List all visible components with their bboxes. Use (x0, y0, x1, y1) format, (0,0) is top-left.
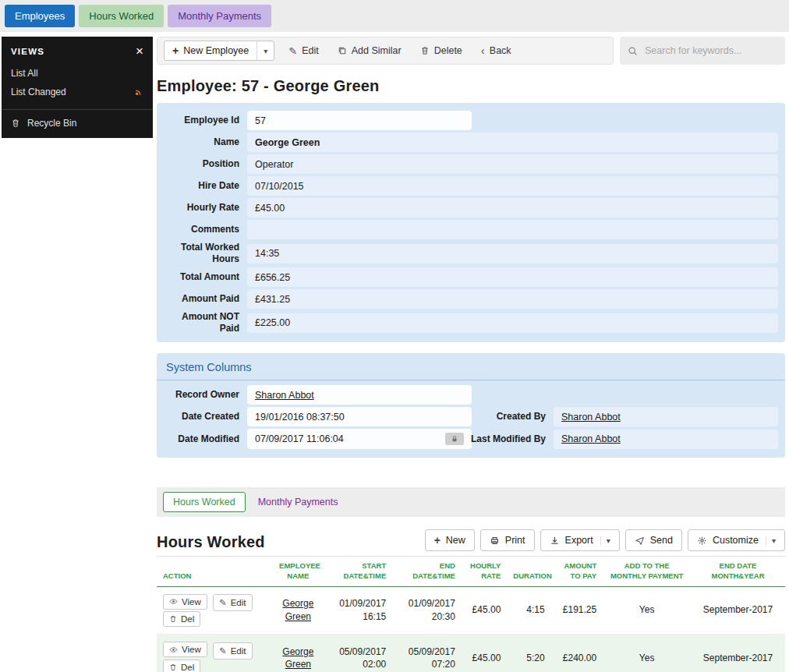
edit-row-button[interactable]: ✎Edit (213, 594, 252, 611)
comments-value (247, 220, 778, 239)
record-toolbar: + New Employee ▾ ✎ Edit Add Similar (157, 37, 614, 65)
last-modified-by-label: Last Modified By (471, 433, 554, 445)
employee-name-link[interactable]: George Green (282, 646, 313, 670)
delete-row-button[interactable]: Del (163, 660, 200, 672)
tab-hours-worked[interactable]: Hours Worked (79, 5, 164, 27)
system-row: Date Modified 07/09/2017 11:06:04 Last M… (164, 429, 778, 449)
form-row: Total Amount £656.25 (164, 267, 778, 287)
new-record-button[interactable]: + New (425, 529, 475, 551)
sidebar-item-label: List Changed (11, 87, 66, 97)
col-header-end-date-month[interactable]: END DATE MONTH&YEAR (691, 557, 785, 587)
back-button[interactable]: ‹ Back (476, 41, 516, 60)
col-header-amount-to-pay[interactable]: AMOUNT TO PAY (551, 557, 603, 587)
chevron-down-icon: ▾ (264, 47, 267, 55)
record-owner-label: Record Owner (164, 389, 247, 401)
view-button[interactable]: View (163, 642, 207, 657)
chevron-left-icon: ‹ (481, 45, 485, 56)
table-row: View ✎Edit Del George Green 01/09/2017 1… (157, 586, 785, 635)
form-row: Employee Id 57 (164, 111, 778, 130)
employee-name-cell: George Green (273, 586, 323, 635)
last-modified-by-link[interactable]: Sharon Abbot (561, 433, 621, 444)
total-worked-hours-label: Total Worked Hours (164, 242, 247, 265)
date-created-cell: Date Created 19/01/2016 08:37:50 (164, 407, 471, 426)
close-icon[interactable]: × (136, 44, 143, 58)
new-employee-button[interactable]: + New Employee ▾ (164, 41, 274, 61)
employee-id-label: Employee Id (164, 115, 247, 126)
comments-label: Comments (164, 224, 247, 235)
employee-id-field[interactable]: 57 (247, 111, 472, 130)
tab-employees[interactable]: Employees (5, 5, 75, 27)
hourly-rate-cell: £45.00 (462, 635, 507, 672)
new-employee-main[interactable]: + New Employee (165, 41, 257, 60)
form-row: Amount Paid £431.25 (164, 289, 778, 309)
delete-button[interactable]: Delete (416, 41, 467, 60)
record-owner-field: Sharon Abbot (247, 385, 472, 405)
customize-label: Customize (713, 535, 759, 546)
created-by-link[interactable]: Sharon Abbot (561, 412, 621, 423)
chevron-down-icon[interactable]: ▾ (600, 536, 610, 545)
sidebar-item-list-all[interactable]: List All (2, 64, 153, 83)
col-header-start-datetime[interactable]: START DATE&TIME (324, 557, 393, 587)
new-employee-dropdown[interactable]: ▾ (257, 41, 274, 60)
form-row: Name George Green (164, 133, 778, 152)
amount-cell: £191.25 (551, 586, 603, 635)
duration-cell: 5:20 (507, 635, 550, 672)
form-row: Comments (164, 220, 778, 239)
date-created-value: 19/01/2016 08:37:50 (247, 407, 472, 426)
date-modified-field: 07/09/2017 11:06:04 (247, 429, 472, 449)
edit-label: Edit (231, 646, 246, 656)
employee-detail-card: Employee Id 57 Name George Green Positio… (157, 103, 785, 342)
download-icon (550, 536, 560, 546)
amount-paid-label: Amount Paid (164, 293, 247, 305)
send-button[interactable]: Send (625, 529, 682, 551)
delete-row-button[interactable]: Del (163, 611, 200, 627)
table-row: View ✎Edit Del George Green 05/09/2017 0… (157, 635, 785, 672)
sidebar-item-label: Recycle Bin (27, 118, 76, 129)
tab-monthly-payments[interactable]: Monthly Payments (168, 5, 271, 27)
view-button[interactable]: View (163, 594, 207, 610)
gear-icon (697, 536, 707, 546)
hours-worked-header: Hours Worked + New Print Export (157, 529, 785, 551)
amount-not-paid-label: Amount NOT Paid (164, 311, 247, 334)
print-label: Print (505, 535, 525, 546)
search-input[interactable] (643, 44, 777, 57)
trash-icon (169, 615, 177, 623)
detail-tab-monthly-payments[interactable]: Monthly Payments (258, 497, 338, 508)
rss-icon[interactable] (134, 87, 143, 97)
monthly-cell: Yes (603, 586, 691, 635)
form-row: Amount NOT Paid £225.00 (164, 311, 778, 334)
total-amount-label: Total Amount (164, 271, 247, 283)
edit-row-button[interactable]: ✎Edit (213, 642, 252, 660)
col-header-end-datetime[interactable]: END DATE&TIME (392, 557, 462, 587)
col-header-add-to-monthly[interactable]: ADD TO THE MONTHLY PAYMENT (603, 557, 691, 587)
new-employee-label: New Employee (183, 45, 249, 56)
main-panel: + New Employee ▾ ✎ Edit Add Similar (157, 37, 785, 672)
customize-button[interactable]: Customize ▾ (688, 529, 785, 551)
col-header-employee-name[interactable]: EMPLOYEE NAME (273, 557, 323, 587)
send-icon (635, 536, 645, 546)
del-label: Del (181, 663, 194, 672)
name-label: Name (164, 136, 247, 148)
search-icon (628, 46, 638, 56)
sidebar-item-list-changed[interactable]: List Changed (2, 83, 153, 101)
employee-name-link[interactable]: George Green (282, 598, 313, 622)
edit-button[interactable]: ✎ Edit (284, 41, 323, 60)
new-record-label: New (446, 535, 465, 546)
export-button[interactable]: Export ▾ (540, 529, 620, 551)
lock-icon[interactable] (445, 433, 464, 445)
col-header-action[interactable]: ACTION (157, 557, 273, 587)
record-owner-link[interactable]: Sharon Abbot (255, 390, 314, 401)
chevron-down-icon[interactable]: ▾ (766, 536, 776, 545)
toolbar-row: + New Employee ▾ ✎ Edit Add Similar (157, 37, 785, 65)
add-similar-button[interactable]: Add Similar (333, 41, 406, 60)
hours-worked-table: ACTION EMPLOYEE NAME START DATE&TIME END… (157, 556, 785, 672)
print-button[interactable]: Print (480, 529, 535, 551)
sidebar-item-recycle-bin[interactable]: Recycle Bin (2, 109, 153, 136)
col-header-duration[interactable]: DURATION (507, 557, 550, 587)
search-box[interactable] (620, 37, 785, 65)
monthly-cell: Yes (603, 635, 691, 672)
detail-tab-hours-worked[interactable]: Hours Worked (163, 492, 246, 512)
position-label: Position (164, 158, 247, 170)
col-header-hourly-rate[interactable]: HOURLY RATE (462, 557, 507, 587)
content-area: VIEWS × List All List Changed Recycle Bi… (0, 37, 789, 672)
